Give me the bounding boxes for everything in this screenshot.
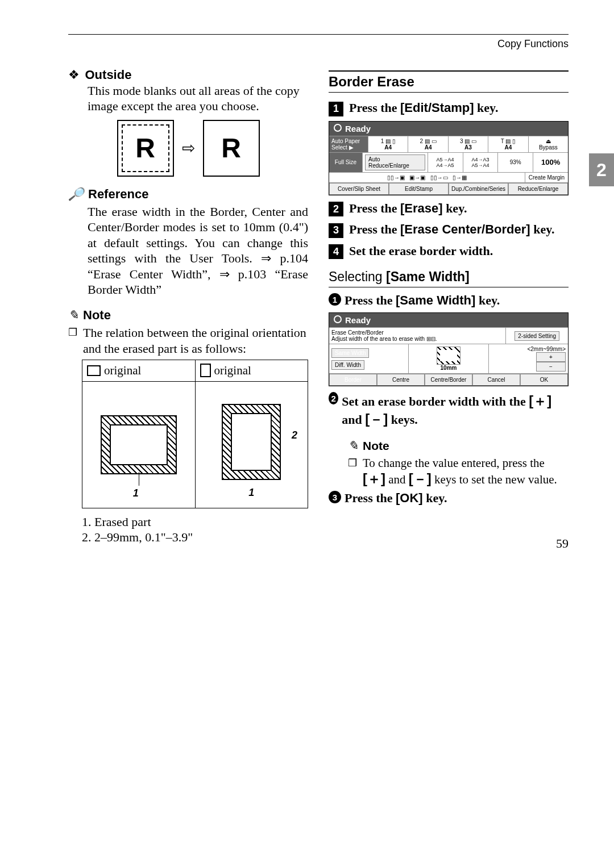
dim-1b: 1 xyxy=(248,487,254,499)
note-r-b: and xyxy=(385,473,409,486)
lcd1-auto-paper: Auto Paper Select ▶ xyxy=(329,136,368,152)
note-r-c: keys to set the new value. xyxy=(432,473,557,486)
sub-step-2-badge: 2 xyxy=(329,392,338,404)
diamond-icon: ❖ xyxy=(68,68,80,82)
lcd2-ok: OK xyxy=(520,374,568,386)
reference-body: The erase width in the Border, Center an… xyxy=(88,204,308,298)
c1-b: key. xyxy=(475,293,500,307)
lcd2-2sided: 2-sided Setting xyxy=(515,331,559,341)
lcd1-auto-reduce: Auto Reduce/Enlarge xyxy=(365,155,425,170)
note-icon-right: ✎ xyxy=(348,439,358,453)
note-icon: ✎ xyxy=(68,308,78,323)
reference-icon: 🔎 xyxy=(68,187,84,202)
sub-step-1-badge: 1 xyxy=(329,293,341,306)
right-column: Border Erase 1 Press the [Edit/Stamp] ke… xyxy=(329,67,569,545)
c3-a: Press the xyxy=(345,491,396,505)
lcd1-ratio-btn2: A4→A3 A5→A4 xyxy=(463,153,499,172)
note-item-orientation: The relation between the original orient… xyxy=(68,325,308,357)
lcd1-ratio: 93% xyxy=(498,153,533,172)
note-title-right: Note xyxy=(363,439,389,453)
chapter-tab: 2 xyxy=(589,153,614,186)
minus-key-1: [－] xyxy=(365,411,388,427)
c2-a: Set an erase border width with the xyxy=(342,394,529,408)
lcd2-value: 10mm xyxy=(441,365,457,371)
lcd-screenshot-2: Ready Erase Centre/Border Adjust width o… xyxy=(329,312,569,386)
lcd1-tray4: A4 xyxy=(505,144,512,151)
lcd1-edit-stamp: Edit/Stamp xyxy=(389,183,449,195)
dim-1a: 1 xyxy=(133,487,139,499)
lcd1-tray2: A4 xyxy=(425,144,432,151)
arrow-icon: ⇨ xyxy=(182,139,195,157)
step3-a: Press the xyxy=(349,222,400,236)
lcd1-reduce-enlarge: Reduce/Enlarge xyxy=(508,183,568,195)
lcd1-create-margin: Create Margin xyxy=(525,173,568,182)
step2-key: [Erase] xyxy=(400,201,443,215)
lcd2-minus: − xyxy=(536,362,566,372)
step1-key: [Edit/Stamp] xyxy=(400,101,474,115)
minus-key-2: [－] xyxy=(409,471,432,486)
lcd1-bypass: Bypass xyxy=(539,144,558,151)
dim-2: 2 xyxy=(292,429,297,441)
reference-title: Reference xyxy=(88,187,148,202)
step-3-badge: 3 xyxy=(329,223,343,238)
c2-c: keys. xyxy=(388,412,418,427)
outside-desc: This mode blanks out all areas of the co… xyxy=(88,83,308,114)
step3-b: key. xyxy=(530,222,555,236)
landscape-icon xyxy=(87,365,101,376)
lcd2-ready: Ready xyxy=(345,315,371,325)
step-2-badge: 2 xyxy=(329,202,343,216)
page-number: 59 xyxy=(556,536,569,551)
col1-label: original xyxy=(104,364,141,378)
portrait-icon xyxy=(200,364,211,377)
subheading-prefix: Selecting xyxy=(329,269,386,284)
plus-key-1: [＋] xyxy=(529,393,551,408)
note-r-a: To change the value entered, press the xyxy=(363,456,545,470)
step1-a: Press the xyxy=(349,101,400,115)
step2-a: Press the xyxy=(349,201,400,215)
lcd2-plus: + xyxy=(536,352,566,362)
subheading-key: [Same Width] xyxy=(386,269,470,284)
lcd2-diff-width: Diff. Width xyxy=(331,360,364,370)
outside-figure: R ⇨ R xyxy=(68,120,308,177)
note-right-body: To change the value entered, press the [… xyxy=(348,456,569,487)
lcd1-tray1: A4 xyxy=(384,144,392,151)
c3-b: key. xyxy=(423,491,447,505)
lcd1-fullsize: Full Size xyxy=(329,153,363,172)
lcd-screenshot-1: Ready Auto Paper Select ▶ 1 ▤ ▯A4 2 ▤ ▭A… xyxy=(329,121,569,195)
orientation-table: original original xyxy=(82,360,308,508)
lcd2-cancel: Cancel xyxy=(472,374,520,386)
step-1-badge: 1 xyxy=(329,102,343,116)
lcd2-range: <2mm~99mm> xyxy=(527,346,566,352)
outside-title: Outside xyxy=(85,68,132,82)
lcd1-ready: Ready xyxy=(345,124,371,133)
lcd1-dup-combine: Dup./Combine/Series xyxy=(449,183,508,195)
lcd1-100: 100% xyxy=(533,153,568,172)
lcd2-border: Border xyxy=(329,374,377,386)
lcd1-cover-slip: Cover/Slip Sheet xyxy=(329,183,389,195)
col2-label: original xyxy=(214,364,251,378)
lcd2-centre: Centre xyxy=(377,374,425,386)
c3-key: [OK] xyxy=(396,491,423,505)
c2-b: and xyxy=(342,412,365,427)
r-after: R xyxy=(221,132,241,164)
lcd2-centre-border: Centre/Border xyxy=(425,374,472,386)
left-column: ❖ Outside This mode blanks out all areas… xyxy=(68,67,308,545)
lcd2-same-width: Same Width xyxy=(331,348,369,358)
lcd1-tray3: A3 xyxy=(464,144,472,151)
step-4-badge: 4 xyxy=(329,244,343,259)
erased-part-label: 1. Erased part xyxy=(82,514,308,530)
lcd2-sub: Adjust width of the area to erase with xyxy=(331,336,426,342)
lcd1-ratio-btn1: A5→A4 A4→A5 xyxy=(428,153,463,172)
note-title-left: Note xyxy=(83,308,111,323)
border-erase-heading: Border Erase xyxy=(329,70,569,93)
step3-key: [Erase Center/Border] xyxy=(400,222,530,236)
step4-text: Set the erase border width. xyxy=(349,244,493,258)
plus-key-2: [＋] xyxy=(363,471,385,486)
lcd2-title: Erase Centre/Border xyxy=(331,329,384,336)
step1-b: key. xyxy=(474,101,499,115)
c1-a: Press the xyxy=(345,293,396,307)
header-section: Copy Functions xyxy=(68,38,569,50)
sub-step-3-badge: 3 xyxy=(329,491,341,503)
c1-key: [Same Width] xyxy=(396,293,475,307)
range-label: 2. 2–99mm, 0.1"–3.9" xyxy=(82,529,308,545)
